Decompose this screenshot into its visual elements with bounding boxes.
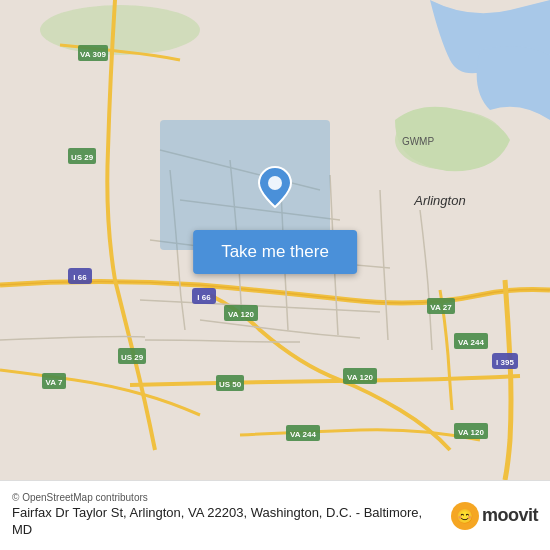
svg-text:VA 27: VA 27 bbox=[430, 303, 452, 312]
svg-text:US 50: US 50 bbox=[219, 380, 242, 389]
svg-text:VA 120: VA 120 bbox=[458, 428, 484, 437]
address-text: Fairfax Dr Taylor St, Arlington, VA 2220… bbox=[12, 505, 443, 539]
svg-text:US 29: US 29 bbox=[121, 353, 144, 362]
address-block: © OpenStreetMap contributors Fairfax Dr … bbox=[12, 492, 443, 539]
svg-text:GWMP: GWMP bbox=[402, 136, 435, 147]
take-me-there-button[interactable]: Take me there bbox=[193, 230, 357, 274]
svg-text:I 66: I 66 bbox=[197, 293, 211, 302]
svg-text:I 395: I 395 bbox=[496, 358, 514, 367]
moovit-text: moovit bbox=[482, 505, 538, 526]
svg-text:VA 120: VA 120 bbox=[347, 373, 373, 382]
svg-text:VA 120: VA 120 bbox=[228, 310, 254, 319]
info-bar: © OpenStreetMap contributors Fairfax Dr … bbox=[0, 480, 550, 550]
copyright-text: © OpenStreetMap contributors bbox=[12, 492, 443, 503]
svg-point-34 bbox=[268, 176, 282, 190]
svg-text:VA 309: VA 309 bbox=[80, 50, 106, 59]
moovit-logo: 😊 moovit bbox=[451, 502, 538, 530]
svg-text:VA 244: VA 244 bbox=[290, 430, 316, 439]
svg-text:Arlington: Arlington bbox=[413, 193, 465, 208]
svg-text:I 66: I 66 bbox=[73, 273, 87, 282]
svg-text:VA 7: VA 7 bbox=[46, 378, 63, 387]
svg-text:US 29: US 29 bbox=[71, 153, 94, 162]
map-pin bbox=[257, 165, 293, 213]
moovit-icon: 😊 bbox=[451, 502, 479, 530]
svg-text:VA 244: VA 244 bbox=[458, 338, 484, 347]
svg-point-2 bbox=[40, 5, 200, 55]
